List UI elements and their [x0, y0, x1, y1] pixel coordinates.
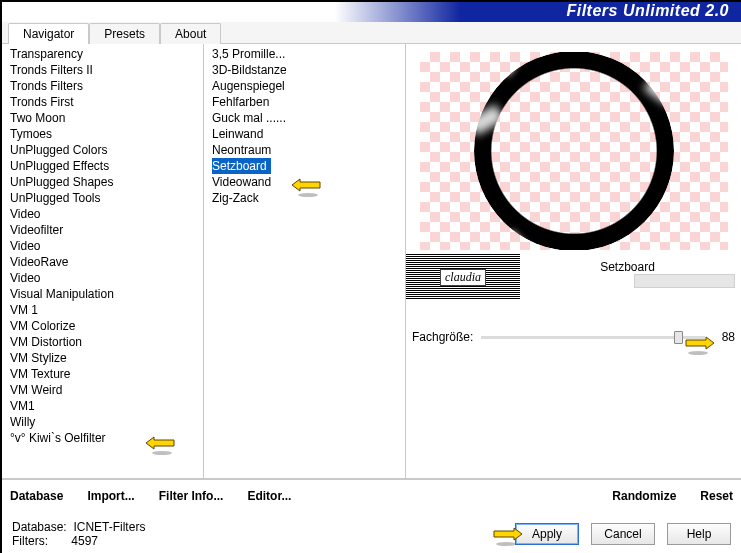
category-column: TransparencyTronds Filters IITronds Filt… — [2, 44, 204, 478]
list-item[interactable]: Guck mal ...... — [212, 110, 405, 126]
list-item[interactable]: Videofilter — [10, 222, 203, 238]
author-stamp: claudia — [406, 254, 520, 300]
list-item[interactable]: Tronds Filters II — [10, 62, 203, 78]
tab-about[interactable]: About — [160, 23, 221, 44]
filter-title-row: claudia Setzboard — [412, 250, 735, 296]
filterinfo-button[interactable]: Filter Info... — [159, 489, 224, 503]
toolbar: Database Import... Filter Info... Editor… — [2, 479, 741, 511]
main-panel: TransparencyTronds Filters IITronds Filt… — [2, 44, 741, 479]
list-item[interactable]: UnPlugged Tools — [10, 190, 203, 206]
list-item[interactable]: VM 1 — [10, 302, 203, 318]
list-item[interactable]: VM Distortion — [10, 334, 203, 350]
tab-navigator[interactable]: Navigator — [8, 23, 89, 44]
filters-count: 4597 — [71, 534, 98, 548]
apply-button[interactable]: Apply — [515, 523, 579, 545]
param-slider-0[interactable] — [481, 336, 705, 339]
param-label-0: Fachgröße: — [412, 330, 473, 344]
title-bar: Filters Unlimited 2.0 — [2, 2, 741, 22]
list-item[interactable]: UnPlugged Effects — [10, 158, 203, 174]
footer: Database: ICNET-Filters Filters: 4597 Ap… — [2, 511, 741, 553]
list-item[interactable]: Tymoes — [10, 126, 203, 142]
list-item[interactable]: Leinwand — [212, 126, 405, 142]
list-item[interactable]: Videowand — [212, 174, 405, 190]
list-item[interactable]: VideoRave — [10, 254, 203, 270]
list-item[interactable]: 3,5 Promille... — [212, 46, 405, 62]
editor-button[interactable]: Editor... — [247, 489, 291, 503]
randomize-button[interactable]: Randomize — [612, 489, 676, 503]
list-item[interactable]: UnPlugged Colors — [10, 142, 203, 158]
filter-listbox[interactable]: 3,5 Promille...3D-BildstanzeAugenspiegel… — [204, 44, 405, 478]
db-value: ICNET-Filters — [73, 520, 145, 534]
tab-strip: Navigator Presets About — [2, 22, 741, 44]
list-item[interactable]: Transparency — [10, 46, 203, 62]
footer-info: Database: ICNET-Filters Filters: 4597 — [12, 520, 145, 548]
param-row-0: Fachgröße: 88 — [412, 330, 735, 344]
database-button[interactable]: Database — [10, 489, 63, 503]
list-item[interactable]: Video — [10, 270, 203, 286]
preview-canvas — [420, 52, 728, 250]
list-item[interactable]: Two Moon — [10, 110, 203, 126]
list-item[interactable]: VM Weird — [10, 382, 203, 398]
app-title: Filters Unlimited 2.0 — [566, 2, 729, 20]
list-item[interactable]: VM Texture — [10, 366, 203, 382]
list-item[interactable]: Fehlfarben — [212, 94, 405, 110]
import-button[interactable]: Import... — [87, 489, 134, 503]
tab-presets[interactable]: Presets — [89, 23, 160, 44]
preview-column: claudia Setzboard Fachgröße: 88 — [406, 44, 741, 478]
list-item[interactable]: VM Stylize — [10, 350, 203, 366]
db-label: Database: — [12, 520, 67, 534]
list-item[interactable]: Augenspiegel — [212, 78, 405, 94]
list-item[interactable]: Neontraum — [212, 142, 405, 158]
filter-column: 3,5 Promille...3D-BildstanzeAugenspiegel… — [204, 44, 406, 478]
list-item[interactable]: Visual Manipulation — [10, 286, 203, 302]
list-item[interactable]: Video — [10, 206, 203, 222]
list-item[interactable]: Tronds Filters — [10, 78, 203, 94]
list-item[interactable]: VM1 — [10, 398, 203, 414]
filters-label: Filters: — [12, 534, 48, 548]
list-item[interactable]: °v° Kiwi`s Oelfilter — [10, 430, 203, 446]
cancel-button[interactable]: Cancel — [591, 523, 655, 545]
author-name: claudia — [440, 269, 486, 286]
reset-button[interactable]: Reset — [700, 489, 733, 503]
filter-title-underline — [634, 274, 735, 288]
list-item[interactable]: VM Colorize — [10, 318, 203, 334]
list-item[interactable]: UnPlugged Shapes — [10, 174, 203, 190]
list-item[interactable]: Zig-Zack — [212, 190, 405, 206]
help-button[interactable]: Help — [667, 523, 731, 545]
list-item[interactable]: Setzboard — [212, 158, 271, 174]
category-listbox[interactable]: TransparencyTronds Filters IITronds Filt… — [2, 44, 203, 478]
list-item[interactable]: Video — [10, 238, 203, 254]
list-item[interactable]: 3D-Bildstanze — [212, 62, 405, 78]
param-value-0: 88 — [713, 330, 735, 344]
list-item[interactable]: Willy — [10, 414, 203, 430]
list-item[interactable]: Tronds First — [10, 94, 203, 110]
current-filter-name: Setzboard — [520, 258, 735, 274]
